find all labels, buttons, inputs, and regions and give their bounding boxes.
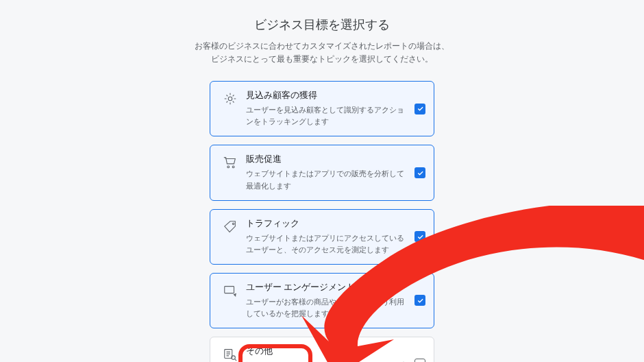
svg-point-0	[228, 97, 232, 101]
objective-options: 見込み顧客の獲得 ユーザーを見込み顧客として識別するアクションをトラッキングしま…	[210, 81, 434, 362]
subtitle-line-1: お客様のビジネスに合わせてカスタマイズされたレポートの場合は、	[195, 41, 449, 51]
card-desc: ユーザーを見込み顧客として識別するアクションをトラッキングします	[246, 104, 408, 128]
engagement-icon	[219, 282, 242, 298]
card-desc: ユーザーがお客様の商品やサービスをどう利用しているかを把握します	[246, 296, 408, 319]
page-title: ビジネス目標を選択する	[0, 0, 644, 33]
svg-point-1	[227, 167, 230, 169]
checkbox-checked[interactable]	[414, 295, 425, 306]
lead-icon	[219, 90, 242, 106]
objective-card-leads[interactable]: 見込み顧客の獲得 ユーザーを見込み顧客として識別するアクションをトラッキングしま…	[210, 81, 434, 136]
card-title: 販売促進	[246, 154, 408, 165]
tag-icon	[219, 218, 242, 234]
checkbox-checked[interactable]	[414, 167, 425, 178]
card-title: その他	[246, 346, 408, 357]
card-desc: ウェブサイトまたはアプリでの販売を分析して最適化します	[246, 168, 408, 191]
svg-rect-4	[225, 286, 234, 293]
checkbox-checked[interactable]	[414, 231, 425, 242]
checkbox-checked[interactable]	[414, 104, 425, 114]
cart-icon	[219, 154, 242, 170]
other-icon	[219, 346, 242, 362]
objective-card-traffic[interactable]: トラフィック ウェブサイトまたはアプリにアクセスしているユーザーと、そのアクセス…	[210, 209, 434, 265]
card-desc: ウェブサイトまたはアプリにアクセスしているユーザーと、そのアクセス元を測定します	[246, 232, 408, 256]
subtitle-line-2: ビジネスにとって最も重要なトピックを選択してください。	[211, 54, 433, 64]
card-title: ユーザー エンゲージメントと維持率	[246, 282, 408, 293]
card-title: 見込み顧客の獲得	[246, 90, 408, 101]
svg-point-2	[232, 167, 234, 169]
objective-card-engagement[interactable]: ユーザー エンゲージメントと維持率 ユーザーがお客様の商品やサービスをどう利用し…	[210, 273, 434, 328]
card-title: トラフィック	[246, 218, 408, 230]
page-subtitle: お客様のビジネスに合わせてカスタマイズされたレポートの場合は、 ビジネスにとって…	[0, 40, 644, 66]
objective-card-sales[interactable]: 販売促進 ウェブサイトまたはアプリでの販売を分析して最適化します	[210, 145, 434, 200]
checkbox-unchecked[interactable]	[414, 359, 425, 362]
svg-point-3	[232, 223, 234, 224]
objective-card-other[interactable]: その他 複数の種類のレポートを取得します（このオプションと併用することはできませ…	[210, 337, 434, 362]
